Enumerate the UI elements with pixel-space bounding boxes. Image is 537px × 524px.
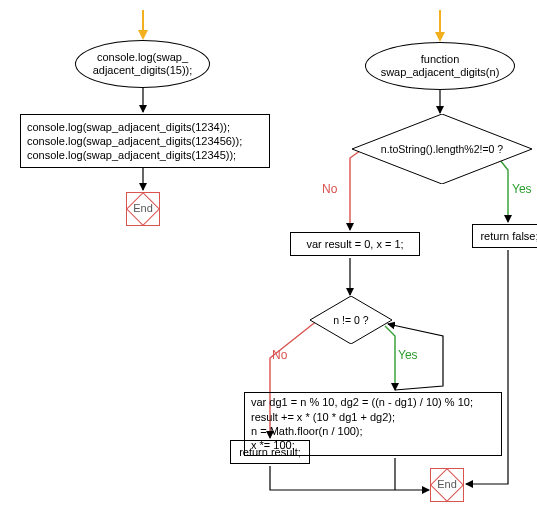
return-false-block: return false; bbox=[472, 224, 537, 248]
left-code-block: console.log(swap_adjacent_digits(1234));… bbox=[20, 114, 270, 168]
left-start-node: console.log(swap_ adjacent_digits(15)); bbox=[75, 40, 210, 88]
return-result-block: return result; bbox=[230, 440, 310, 464]
left-end-node: End bbox=[126, 192, 160, 226]
right-end-label: End bbox=[431, 478, 463, 490]
cond2-yes-label: Yes bbox=[398, 348, 418, 362]
cond1-no-label: No bbox=[322, 182, 337, 196]
length-odd-decision: n.toString().length%2!=0 ? bbox=[352, 114, 532, 184]
function-start-node: function swap_adjacent_digits(n) bbox=[365, 42, 515, 90]
loop-condition-decision: n != 0 ? bbox=[310, 296, 392, 344]
cond1-yes-label: Yes bbox=[512, 182, 532, 196]
cond2-no-label: No bbox=[272, 348, 287, 362]
init-block: var result = 0, x = 1; bbox=[290, 232, 420, 256]
left-end-label: End bbox=[127, 202, 159, 214]
right-end-node: End bbox=[430, 468, 464, 502]
